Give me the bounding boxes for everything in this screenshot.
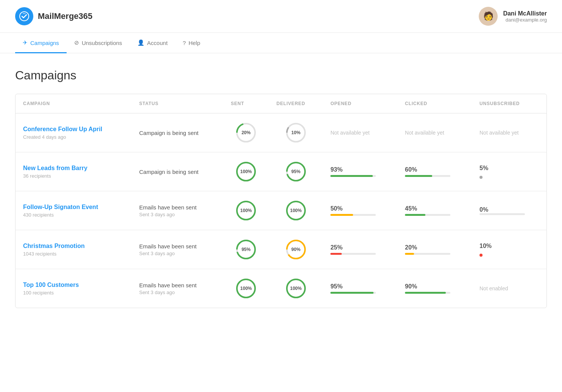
clicked-cell: 20% — [397, 230, 472, 269]
sent-cell: 95% — [223, 230, 269, 269]
status-main: Campaign is being sent — [139, 169, 216, 175]
opened-cell: 25% — [323, 230, 397, 269]
campaign-name[interactable]: New Leads from Barry — [23, 165, 124, 172]
clicked-na: Not available yet — [405, 130, 444, 136]
nav-item-help[interactable]: ? Help — [175, 33, 208, 53]
status-cell: Emails have been sent Sent 3 days ago — [132, 269, 223, 308]
campaign-sub: 430 recipients — [23, 212, 124, 218]
unsub-na: Not enabled — [479, 285, 508, 291]
opened-na: Not available yet — [330, 130, 370, 136]
unsubscriptions-icon: ⊘ — [74, 39, 79, 46]
table-row: Follow-Up Signaton Event 430 recipients … — [16, 191, 546, 230]
campaign-name[interactable]: Conference Follow Up April — [23, 126, 124, 133]
logo-icon — [15, 7, 33, 25]
nav-label-unsubscriptions: Unsubscriptions — [82, 40, 122, 46]
logo-area: MailMerge365 — [15, 7, 92, 25]
campaigns-table-container: CAMPAIGN STATUS SENT DELIVERED OPENED CL… — [15, 94, 547, 308]
unsub-value: 0% — [479, 206, 539, 213]
opened-value: 25% — [330, 244, 390, 251]
campaigns-icon: ✈ — [23, 39, 28, 46]
nav-item-unsubscriptions[interactable]: ⊘ Unsubscriptions — [67, 33, 130, 53]
campaign-cell: Conference Follow Up April Created 4 day… — [16, 113, 132, 152]
campaign-name[interactable]: Follow-Up Signaton Event — [23, 204, 124, 211]
col-header-campaign: CAMPAIGN — [16, 94, 132, 113]
user-name: Dani McAllister — [503, 10, 547, 17]
user-info: Dani McAllister dani@example.org — [503, 10, 547, 23]
table-row: Top 100 Customers 100 recipients Emails … — [16, 269, 546, 308]
campaign-name[interactable]: Christmas Promotion — [23, 243, 124, 249]
status-sub: Sent 3 days ago — [139, 212, 216, 217]
clicked-value: 90% — [405, 283, 464, 290]
opened-value: 50% — [330, 205, 390, 212]
campaigns-table: CAMPAIGN STATUS SENT DELIVERED OPENED CL… — [16, 94, 546, 308]
status-sub: Sent 3 days ago — [139, 251, 216, 256]
campaign-sub: Created 4 days ago — [23, 134, 124, 140]
col-header-delivered: DELIVERED — [269, 94, 323, 113]
unsub-value: 5% — [479, 165, 539, 172]
svg-point-0 — [20, 12, 29, 21]
opened-cell: 93% — [323, 152, 397, 191]
unsub-cell: Not available yet — [472, 113, 546, 152]
opened-value: 93% — [330, 166, 390, 173]
status-main: Emails have been sent — [139, 282, 216, 288]
opened-cell: 50% — [323, 191, 397, 230]
opened-cell: Not available yet — [323, 113, 397, 152]
sent-cell: 100% — [223, 152, 269, 191]
col-header-unsubscribed: UNSUBSCRIBED — [472, 94, 546, 113]
col-header-sent: SENT — [223, 94, 269, 113]
col-header-status: STATUS — [132, 94, 223, 113]
clicked-cell: Not available yet — [397, 113, 472, 152]
clicked-cell: 60% — [397, 152, 472, 191]
account-icon: 👤 — [137, 39, 145, 46]
sent-cell: 100% — [223, 191, 269, 230]
sent-cell: 20% — [223, 113, 269, 152]
page-title: Campaigns — [15, 68, 547, 82]
col-header-opened: OPENED — [323, 94, 397, 113]
table-row: Conference Follow Up April Created 4 day… — [16, 113, 546, 152]
main-content: Campaigns CAMPAIGN STATUS SENT DELIVERED… — [0, 53, 562, 323]
status-cell: Campaign is being sent — [132, 113, 223, 152]
clicked-value: 20% — [405, 244, 464, 251]
opened-cell: 95% — [323, 269, 397, 308]
campaign-name[interactable]: Top 100 Customers — [23, 282, 124, 288]
clicked-cell: 90% — [397, 269, 472, 308]
logo-text: MailMerge365 — [38, 11, 92, 21]
campaign-sub: 36 recipients — [23, 173, 124, 179]
unsub-cell: Not enabled — [472, 269, 546, 308]
nav-label-account: Account — [147, 40, 168, 46]
user-email: dani@example.org — [503, 17, 547, 23]
status-cell: Emails have been sent Sent 3 days ago — [132, 191, 223, 230]
clicked-value: 60% — [405, 166, 464, 173]
nav: ✈ Campaigns ⊘ Unsubscriptions 👤 Account … — [0, 33, 562, 53]
status-main: Campaign is being sent — [139, 130, 216, 136]
delivered-cell: 10% — [269, 113, 323, 152]
unsub-cell: 10% — [472, 230, 546, 269]
unsub-cell: 0% — [472, 191, 546, 230]
col-header-clicked: CLICKED — [397, 94, 472, 113]
campaign-cell: Christmas Promotion 1043 recipients — [16, 230, 132, 269]
nav-label-campaigns: Campaigns — [30, 40, 59, 46]
table-row: New Leads from Barry 36 recipients Campa… — [16, 152, 546, 191]
delivered-cell: 100% — [269, 269, 323, 308]
status-main: Emails have been sent — [139, 243, 216, 249]
campaign-cell: New Leads from Barry 36 recipients — [16, 152, 132, 191]
table-row: Christmas Promotion 1043 recipients Emai… — [16, 230, 546, 269]
status-cell: Emails have been sent Sent 3 days ago — [132, 230, 223, 269]
table-header-row: CAMPAIGN STATUS SENT DELIVERED OPENED CL… — [16, 94, 546, 113]
status-cell: Campaign is being sent — [132, 152, 223, 191]
unsub-cell: 5% — [472, 152, 546, 191]
help-icon: ? — [183, 40, 186, 46]
header: MailMerge365 🧑 Dani McAllister dani@exam… — [0, 0, 562, 33]
svg-rect-1 — [23, 13, 26, 14]
unsub-value: 10% — [479, 243, 539, 249]
nav-item-campaigns[interactable]: ✈ Campaigns — [15, 33, 67, 53]
delivered-cell: 100% — [269, 191, 323, 230]
nav-item-account[interactable]: 👤 Account — [130, 33, 175, 53]
delivered-cell: 95% — [269, 152, 323, 191]
campaign-sub: 100 recipients — [23, 290, 124, 296]
clicked-value: 45% — [405, 205, 464, 212]
user-area: 🧑 Dani McAllister dani@example.org — [479, 7, 547, 26]
opened-value: 95% — [330, 283, 390, 290]
delivered-cell: 90% — [269, 230, 323, 269]
status-sub: Sent 3 days ago — [139, 290, 216, 295]
